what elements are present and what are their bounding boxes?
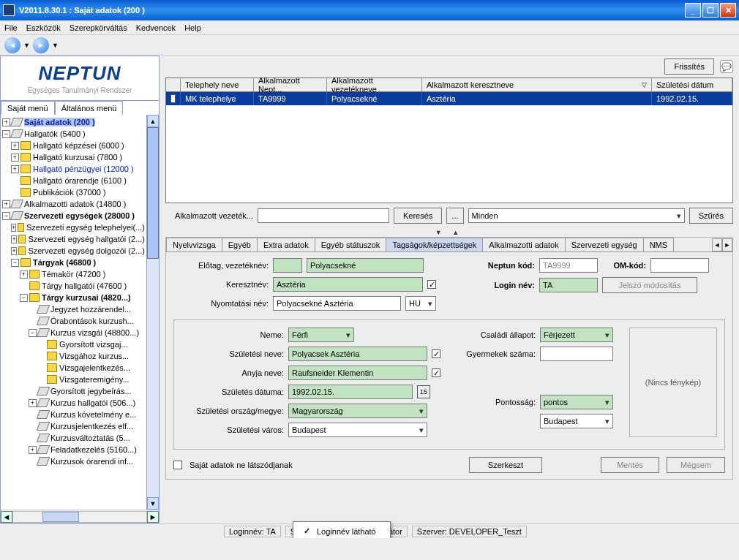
balloon-icon[interactable]: 💬	[720, 60, 733, 73]
firstname-checkbox[interactable]: ✓	[427, 280, 436, 289]
tree-targyak[interactable]: Tárgyak (46800 )	[33, 258, 96, 267]
password-button[interactable]: Jelszó módosítás	[602, 277, 697, 293]
tree-item[interactable]: Vizsgához kurzus...	[59, 352, 129, 360]
col-szuletesi[interactable]: Születési dátum	[652, 78, 732, 91]
bcity-select[interactable]: Budapest	[288, 423, 427, 437]
save-button[interactable]: Mentés	[601, 457, 659, 473]
accuracy-select[interactable]: pontos	[540, 395, 613, 409]
menu-role-visible[interactable]: Szerepkör látható	[293, 537, 390, 538]
col-kereszt[interactable]: Alkalmazott keresztneve▽	[422, 78, 652, 91]
tab-egyeb[interactable]: Egyéb	[222, 238, 258, 251]
tree-item[interactable]: Kurzus követelmény e...	[50, 410, 136, 419]
minimize-button[interactable]: _	[685, 3, 701, 18]
login-input[interactable]	[539, 278, 598, 292]
tree-item[interactable]: Feladatkezelés (5160...)	[50, 445, 137, 454]
tab-szervezeti[interactable]: Szervezeti egység	[565, 238, 644, 251]
tab-scroller[interactable]: ◄►	[712, 238, 732, 251]
bcounty-select[interactable]: Budapest	[540, 414, 613, 428]
search-more-button[interactable]: ...	[446, 208, 463, 224]
mother-input[interactable]	[288, 366, 427, 380]
tab-statuszok[interactable]: Egyéb státuszok	[315, 238, 387, 251]
mother-checkbox[interactable]: ✓	[432, 368, 440, 377]
refresh-button[interactable]: Frissítés	[664, 58, 714, 75]
bdate-input[interactable]	[288, 385, 413, 399]
data-grid[interactable]: Telephely neve Alkalmazott Nept... Alkal…	[165, 77, 733, 203]
tree-item[interactable]: Jegyzet hozzárendel...	[50, 305, 131, 314]
col-checkbox[interactable]	[166, 78, 181, 91]
search-input[interactable]	[258, 208, 389, 223]
menu-role[interactable]: Szerepkörváltás	[70, 23, 127, 32]
tab-nyelvvizsga[interactable]: Nyelvvizsga	[166, 238, 222, 251]
tree-hallgato-penzugyei[interactable]: Hallgató pénzügyei (12000 )	[33, 164, 134, 173]
tree-item[interactable]: Hallgató képzései (6000 )	[33, 141, 124, 150]
row-checkbox[interactable]	[170, 94, 176, 103]
prefix-input[interactable]	[273, 258, 302, 273]
menu-login-visible[interactable]: Loginnév látható	[293, 525, 390, 537]
cancel-button[interactable]: Mégsem	[667, 457, 725, 473]
grid-row[interactable]: MK telephelye TA9999 Polyacsekné Asztéri…	[166, 92, 732, 105]
calendar-icon[interactable]: 15	[417, 385, 430, 398]
neptun-input[interactable]	[539, 258, 598, 273]
bcountry-select[interactable]: Magyarország	[288, 404, 427, 418]
tree-item[interactable]: Szervezeti egység dolgozói (2...)	[28, 246, 145, 255]
tree-targy-kurzusai[interactable]: Tárgy kurzusai (4820...)	[42, 293, 131, 302]
tree-item[interactable]: Kurzusok órarendi inf...	[50, 457, 133, 466]
tree-item[interactable]: Hallgató órarendje (6100 )	[33, 176, 127, 185]
printname-input[interactable]	[273, 296, 401, 311]
col-telephely[interactable]: Telephely neve	[181, 78, 254, 91]
nav-tree[interactable]: +Saját adatok (200 ) −Hallgatók (5400 ) …	[1, 115, 146, 510]
filter-select[interactable]: Minden	[468, 208, 685, 223]
tab-alkalmazotti[interactable]: Alkalmazotti adatok	[482, 238, 565, 251]
tree-vscrollbar[interactable]: ▲▼	[146, 115, 159, 510]
tree-szervezeti[interactable]: Szervezeti egységek (28000 )	[24, 211, 135, 220]
birthname-input[interactable]	[288, 347, 427, 361]
maximize-button[interactable]: ☐	[702, 3, 719, 18]
tree-item[interactable]: Gyorsított jegybeírás...	[50, 387, 132, 396]
tree-hallgatok[interactable]: Hallgatók (5400 )	[24, 129, 86, 138]
firstname-input[interactable]	[273, 277, 423, 292]
status-context-menu[interactable]: Loginnév látható Szerepkör látható Szerv…	[293, 521, 391, 538]
search-button[interactable]: Keresés	[394, 208, 442, 224]
tree-item[interactable]: Órabontások kurzush...	[50, 317, 134, 325]
back-button[interactable]: ◄	[4, 37, 20, 53]
children-input[interactable]	[540, 347, 613, 361]
hide-own-checkbox[interactable]	[173, 461, 182, 469]
close-button[interactable]: ✕	[720, 3, 736, 18]
tree-hscrollbar[interactable]: ◄►	[1, 510, 159, 523]
tab-nms[interactable]: NMS	[643, 238, 674, 251]
forward-button[interactable]: ►	[33, 37, 49, 53]
tree-item[interactable]: Gyorsított vizsgaj...	[59, 340, 128, 349]
menu-help[interactable]: Help	[184, 23, 201, 32]
tree-item[interactable]: Szervezeti egység telephelyei(...)	[26, 223, 145, 232]
menu-favorites[interactable]: Kedvencek	[136, 23, 176, 32]
menu-tools[interactable]: Eszközök	[26, 23, 61, 32]
sex-select[interactable]: Férfi	[288, 328, 354, 342]
splitter[interactable]: ▼ ▲	[165, 228, 733, 237]
tab-tagsagok[interactable]: Tagságok/képzettségek	[386, 238, 483, 251]
tree-sajat-adatok[interactable]: Saját adatok (200 )	[24, 118, 95, 126]
lastname-input[interactable]	[307, 258, 424, 273]
col-neptun[interactable]: Alkalmazott Nept...	[254, 78, 327, 91]
tab-own-menu[interactable]: Saját menü	[1, 101, 55, 115]
tree-alkalmazotti[interactable]: Alkalmazotti adatok (14800 )	[24, 200, 126, 208]
lang-select[interactable]: HU	[405, 296, 436, 311]
tree-item[interactable]: Szervezeti egység hallgatói (2...)	[28, 235, 145, 243]
tree-item[interactable]: Kurzusváltoztatás (5...	[50, 434, 130, 442]
tree-item[interactable]: Vizsgateremigény...	[59, 375, 130, 384]
tree-item[interactable]: Hallgató kurzusai (7800 )	[33, 153, 122, 162]
col-vezetek[interactable]: Alkalmazott vezetékneve	[327, 78, 422, 91]
tree-kurzus-vizsgai[interactable]: Kurzus vizsgái (48800...)	[50, 328, 139, 337]
filter-button[interactable]: Szűrés	[689, 208, 733, 224]
tree-item[interactable]: Tárgy hallgatói (47600 )	[42, 281, 127, 290]
tab-general-menu[interactable]: Általános menü	[55, 101, 124, 115]
tree-item[interactable]: Vizsgajelentkezés...	[59, 363, 130, 372]
tree-item[interactable]: Témakör (47200 )	[42, 270, 105, 279]
tree-item[interactable]: Kurzus hallgatói (506...)	[50, 398, 135, 407]
tree-item[interactable]: Publikációk (37000 )	[33, 188, 106, 197]
menu-file[interactable]: File	[4, 23, 18, 32]
family-select[interactable]: Férjezett	[540, 328, 613, 342]
tab-extra[interactable]: Extra adatok	[257, 238, 315, 251]
om-input[interactable]	[650, 258, 709, 273]
edit-button[interactable]: Szerkeszt	[469, 457, 542, 473]
birthname-checkbox[interactable]: ✓	[432, 349, 440, 358]
